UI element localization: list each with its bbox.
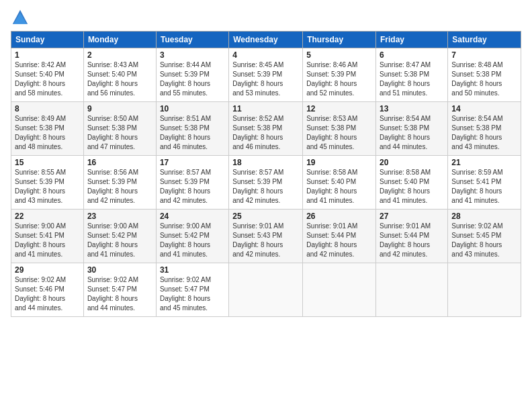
day-info: Sunrise: 8:42 AM Sunset: 5:40 PM Dayligh… <box>15 60 80 98</box>
day-number: 15 <box>15 158 80 167</box>
calendar-cell: 7Sunrise: 8:48 AM Sunset: 5:38 PM Daylig… <box>448 48 521 102</box>
calendar-body: 1Sunrise: 8:42 AM Sunset: 5:40 PM Daylig… <box>11 48 521 317</box>
calendar-week-3: 15Sunrise: 8:55 AM Sunset: 5:39 PM Dayli… <box>11 156 521 210</box>
logo-icon <box>11 8 30 27</box>
calendar: SundayMondayTuesdayWednesdayThursdayFrid… <box>11 31 521 317</box>
calendar-cell: 12Sunrise: 8:53 AM Sunset: 5:38 PM Dayli… <box>303 102 376 156</box>
calendar-week-2: 8Sunrise: 8:49 AM Sunset: 5:38 PM Daylig… <box>11 102 521 156</box>
day-info: Sunrise: 8:46 AM Sunset: 5:39 PM Dayligh… <box>306 60 372 98</box>
day-number: 12 <box>306 104 372 113</box>
calendar-cell: 1Sunrise: 8:42 AM Sunset: 5:40 PM Daylig… <box>11 48 84 102</box>
calendar-cell: 16Sunrise: 8:56 AM Sunset: 5:39 PM Dayli… <box>83 156 156 210</box>
day-number: 7 <box>451 50 517 60</box>
calendar-week-1: 1Sunrise: 8:42 AM Sunset: 5:40 PM Daylig… <box>11 48 521 102</box>
day-info: Sunrise: 9:01 AM Sunset: 5:44 PM Dayligh… <box>380 222 444 259</box>
day-number: 14 <box>451 104 517 113</box>
day-info: Sunrise: 9:00 AM Sunset: 5:42 PM Dayligh… <box>160 222 225 259</box>
calendar-cell: 11Sunrise: 8:52 AM Sunset: 5:38 PM Dayli… <box>229 102 303 156</box>
calendar-cell: 9Sunrise: 8:50 AM Sunset: 5:38 PM Daylig… <box>83 102 156 156</box>
calendar-cell: 29Sunrise: 9:02 AM Sunset: 5:46 PM Dayli… <box>11 263 84 317</box>
day-number: 11 <box>232 104 299 113</box>
day-number: 17 <box>160 158 225 167</box>
weekday-header-friday: Friday <box>376 32 448 48</box>
day-info: Sunrise: 8:57 AM Sunset: 5:39 PM Dayligh… <box>232 168 299 205</box>
calendar-cell <box>448 263 521 317</box>
calendar-cell <box>229 263 303 317</box>
header-row <box>11 8 521 27</box>
weekday-header-monday: Monday <box>83 32 156 48</box>
calendar-cell: 15Sunrise: 8:55 AM Sunset: 5:39 PM Dayli… <box>11 156 84 210</box>
weekday-header-saturday: Saturday <box>448 32 521 48</box>
day-number: 10 <box>160 104 225 113</box>
page-container: SundayMondayTuesdayWednesdayThursdayFrid… <box>0 0 532 322</box>
calendar-cell: 18Sunrise: 8:57 AM Sunset: 5:39 PM Dayli… <box>229 156 303 210</box>
weekday-header: SundayMondayTuesdayWednesdayThursdayFrid… <box>11 32 521 48</box>
day-number: 6 <box>380 50 444 60</box>
calendar-cell: 24Sunrise: 9:00 AM Sunset: 5:42 PM Dayli… <box>156 210 228 263</box>
day-info: Sunrise: 8:55 AM Sunset: 5:39 PM Dayligh… <box>15 168 80 205</box>
calendar-cell: 21Sunrise: 8:59 AM Sunset: 5:41 PM Dayli… <box>448 156 521 210</box>
weekday-header-tuesday: Tuesday <box>156 32 228 48</box>
day-info: Sunrise: 8:43 AM Sunset: 5:40 PM Dayligh… <box>87 60 152 98</box>
calendar-cell <box>303 263 376 317</box>
day-info: Sunrise: 8:58 AM Sunset: 5:40 PM Dayligh… <box>306 168 372 205</box>
day-info: Sunrise: 9:02 AM Sunset: 5:46 PM Dayligh… <box>15 275 80 313</box>
day-info: Sunrise: 9:02 AM Sunset: 5:47 PM Dayligh… <box>160 275 225 313</box>
day-info: Sunrise: 8:48 AM Sunset: 5:38 PM Dayligh… <box>451 60 517 98</box>
day-number: 30 <box>87 265 152 275</box>
calendar-cell: 23Sunrise: 9:00 AM Sunset: 5:42 PM Dayli… <box>83 210 156 263</box>
weekday-header-thursday: Thursday <box>303 32 376 48</box>
day-info: Sunrise: 8:58 AM Sunset: 5:40 PM Dayligh… <box>380 168 444 205</box>
calendar-cell: 4Sunrise: 8:45 AM Sunset: 5:39 PM Daylig… <box>229 48 303 102</box>
day-info: Sunrise: 8:50 AM Sunset: 5:38 PM Dayligh… <box>87 114 152 152</box>
day-info: Sunrise: 8:59 AM Sunset: 5:41 PM Dayligh… <box>451 168 517 205</box>
day-info: Sunrise: 9:00 AM Sunset: 5:41 PM Dayligh… <box>15 222 80 259</box>
day-info: Sunrise: 8:49 AM Sunset: 5:38 PM Dayligh… <box>15 114 80 152</box>
day-info: Sunrise: 8:47 AM Sunset: 5:38 PM Dayligh… <box>380 60 444 98</box>
calendar-cell: 10Sunrise: 8:51 AM Sunset: 5:38 PM Dayli… <box>156 102 228 156</box>
calendar-cell: 26Sunrise: 9:01 AM Sunset: 5:44 PM Dayli… <box>303 210 376 263</box>
calendar-cell: 6Sunrise: 8:47 AM Sunset: 5:38 PM Daylig… <box>376 48 448 102</box>
calendar-cell: 28Sunrise: 9:02 AM Sunset: 5:45 PM Dayli… <box>448 210 521 263</box>
day-number: 8 <box>15 104 80 113</box>
calendar-cell: 22Sunrise: 9:00 AM Sunset: 5:41 PM Dayli… <box>11 210 84 263</box>
calendar-cell: 17Sunrise: 8:57 AM Sunset: 5:39 PM Dayli… <box>156 156 228 210</box>
weekday-header-wednesday: Wednesday <box>229 32 303 48</box>
day-number: 13 <box>380 104 444 113</box>
day-number: 16 <box>87 158 152 167</box>
day-info: Sunrise: 9:00 AM Sunset: 5:42 PM Dayligh… <box>87 222 152 259</box>
day-number: 5 <box>306 50 372 60</box>
day-number: 25 <box>232 212 299 221</box>
day-info: Sunrise: 9:02 AM Sunset: 5:47 PM Dayligh… <box>87 275 152 313</box>
day-number: 9 <box>87 104 152 113</box>
day-info: Sunrise: 8:56 AM Sunset: 5:39 PM Dayligh… <box>87 168 152 205</box>
calendar-cell: 25Sunrise: 9:01 AM Sunset: 5:43 PM Dayli… <box>229 210 303 263</box>
calendar-cell: 31Sunrise: 9:02 AM Sunset: 5:47 PM Dayli… <box>156 263 228 317</box>
day-number: 18 <box>232 158 299 167</box>
weekday-header-sunday: Sunday <box>11 32 84 48</box>
day-info: Sunrise: 8:44 AM Sunset: 5:39 PM Dayligh… <box>160 60 225 98</box>
day-info: Sunrise: 9:02 AM Sunset: 5:45 PM Dayligh… <box>451 222 517 259</box>
day-info: Sunrise: 8:52 AM Sunset: 5:38 PM Dayligh… <box>232 114 299 152</box>
day-info: Sunrise: 9:01 AM Sunset: 5:44 PM Dayligh… <box>306 222 372 259</box>
calendar-cell: 5Sunrise: 8:46 AM Sunset: 5:39 PM Daylig… <box>303 48 376 102</box>
calendar-cell: 19Sunrise: 8:58 AM Sunset: 5:40 PM Dayli… <box>303 156 376 210</box>
day-number: 22 <box>15 212 80 221</box>
calendar-cell: 13Sunrise: 8:54 AM Sunset: 5:38 PM Dayli… <box>376 102 448 156</box>
calendar-cell: 2Sunrise: 8:43 AM Sunset: 5:40 PM Daylig… <box>83 48 156 102</box>
day-info: Sunrise: 8:53 AM Sunset: 5:38 PM Dayligh… <box>306 114 372 152</box>
day-info: Sunrise: 9:01 AM Sunset: 5:43 PM Dayligh… <box>232 222 299 259</box>
day-info: Sunrise: 8:54 AM Sunset: 5:38 PM Dayligh… <box>380 114 444 152</box>
day-number: 29 <box>15 265 80 275</box>
day-info: Sunrise: 8:51 AM Sunset: 5:38 PM Dayligh… <box>160 114 225 152</box>
calendar-cell: 3Sunrise: 8:44 AM Sunset: 5:39 PM Daylig… <box>156 48 228 102</box>
day-number: 21 <box>451 158 517 167</box>
calendar-cell: 20Sunrise: 8:58 AM Sunset: 5:40 PM Dayli… <box>376 156 448 210</box>
calendar-cell: 27Sunrise: 9:01 AM Sunset: 5:44 PM Dayli… <box>376 210 448 263</box>
logo <box>11 8 31 27</box>
day-number: 31 <box>160 265 225 275</box>
day-number: 1 <box>15 50 80 60</box>
calendar-week-4: 22Sunrise: 9:00 AM Sunset: 5:41 PM Dayli… <box>11 210 521 263</box>
calendar-cell: 14Sunrise: 8:54 AM Sunset: 5:38 PM Dayli… <box>448 102 521 156</box>
day-number: 23 <box>87 212 152 221</box>
